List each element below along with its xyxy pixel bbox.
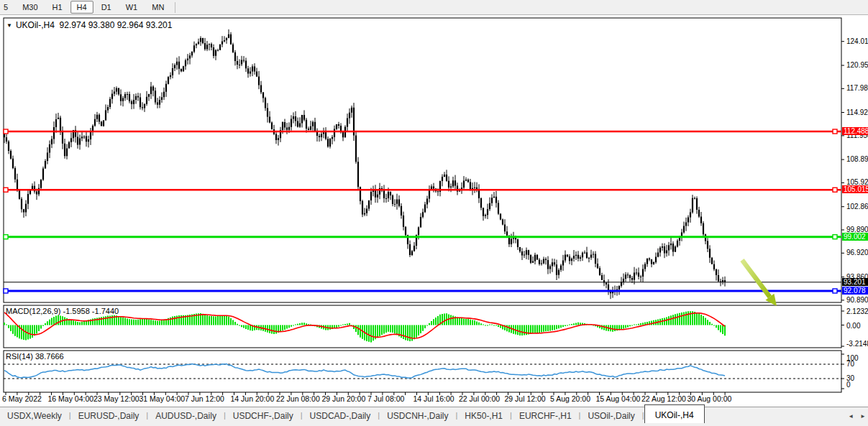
chart-tab[interactable]: USDCAD-,Daily bbox=[303, 407, 378, 423]
macd-values: -1.5958 -1.7440 bbox=[63, 307, 119, 315]
rsi-label: RSI(14) 38.7666 bbox=[6, 352, 64, 361]
x-axis-date-label: 29 Jul 12:00 bbox=[505, 394, 546, 403]
macd-axis-tick: 0.00 bbox=[846, 322, 860, 330]
rsi-name: RSI(14) bbox=[6, 352, 33, 361]
trend-arrow-annotation[interactable] bbox=[742, 260, 777, 306]
macd-label: MACD(12,26,9) -1.5958 -1.7440 bbox=[6, 307, 119, 315]
timeframe-button-w1[interactable]: W1 bbox=[119, 1, 145, 14]
x-axis-date-label: 23 May 12:00 bbox=[93, 394, 140, 403]
chart-tab[interactable]: USDCNH-,Daily bbox=[380, 407, 455, 423]
timeframe-button-mn[interactable]: MN bbox=[145, 1, 170, 14]
tab-scroll-left-icon[interactable]: ◄ bbox=[848, 413, 854, 420]
x-axis-date-label: 15 Aug 04:00 bbox=[596, 394, 641, 403]
price-level-tag[interactable]: 93.201 bbox=[842, 278, 868, 286]
price-level-tag[interactable]: 92.078 bbox=[842, 287, 868, 295]
x-axis-date-label: 16 May 04:00 bbox=[48, 394, 94, 403]
candlestick-series bbox=[4, 29, 725, 299]
toolbar-divider bbox=[175, 2, 175, 13]
price-axis-tick: 102.860 bbox=[846, 203, 868, 210]
macd-name: MACD(12,26,9) bbox=[6, 307, 60, 315]
x-axis-date-label: 31 May 04:00 bbox=[140, 394, 186, 403]
price-level-tag[interactable]: 112.488 bbox=[842, 127, 868, 135]
price-axis-tick: 114.920 bbox=[846, 108, 868, 116]
x-axis-date-label: 14 Jun 20:00 bbox=[231, 394, 275, 403]
chart-tab[interactable]: HK50-,H1 bbox=[457, 407, 510, 423]
price-level-tag[interactable]: 99.002 bbox=[842, 233, 868, 241]
price-axis-tick: 108.890 bbox=[846, 155, 868, 163]
timeframe-button-m30[interactable]: M30 bbox=[16, 1, 44, 14]
chart-tab[interactable]: USOil-,Daily bbox=[580, 407, 641, 423]
tab-scroll-right-icon[interactable]: ► bbox=[860, 413, 866, 420]
x-axis-date-label: 5 Aug 20:00 bbox=[550, 394, 590, 403]
chart-symbol-period: UKOil-,H4 bbox=[16, 20, 55, 30]
x-axis-date-label: 29 Jun 20:00 bbox=[322, 394, 366, 403]
chart-tab-bar: USDX,Weekly|EURUSD-,Daily|AUDUSD-,Daily|… bbox=[0, 407, 868, 426]
macd-axis-tick: 2.1232 bbox=[846, 307, 868, 315]
price-level-tag[interactable]: 105.015 bbox=[842, 185, 868, 193]
chart-tab[interactable]: USDCHF-,Daily bbox=[226, 407, 301, 423]
chart-title: ▼UKOil-,H4 92.974 93.380 92.964 93.201 bbox=[6, 20, 172, 30]
chart-tab[interactable]: USDX,Weekly bbox=[0, 407, 69, 423]
x-axis-date-label: 22 Aug 12:00 bbox=[641, 394, 686, 403]
macd-indicator bbox=[4, 311, 725, 342]
timeframe-toolbar: 5M30H1H4D1W1MN bbox=[0, 0, 868, 15]
x-axis-date-label: 7 Jun 12:00 bbox=[185, 394, 224, 403]
rsi-axis-tick: 70 bbox=[846, 360, 854, 368]
chart-tab[interactable]: EURCHF-,H1 bbox=[512, 407, 579, 423]
x-axis-date-label: 22 Jun 08:00 bbox=[276, 394, 320, 403]
price-axis-tick: 124.010 bbox=[846, 37, 868, 45]
timeframe-button-d1[interactable]: D1 bbox=[95, 1, 118, 14]
price-axis-tick: 117.980 bbox=[846, 84, 868, 92]
price-axis-tick: 90.890 bbox=[846, 296, 868, 304]
timeframe-button-h1[interactable]: H1 bbox=[46, 1, 69, 14]
chart-tab[interactable]: EURUSD-,Daily bbox=[71, 407, 147, 423]
timeframe-button-h4[interactable]: H4 bbox=[70, 1, 93, 14]
symbol-dropdown-icon[interactable]: ▼ bbox=[6, 22, 12, 29]
x-axis-date-label: 7 Jul 08:00 bbox=[367, 394, 404, 403]
price-axis-tick: 120.950 bbox=[846, 61, 868, 69]
rsi-axis-tick: 0 bbox=[846, 381, 851, 389]
x-axis-date-label: 6 May 2022 bbox=[2, 394, 42, 403]
rsi-value: 38.7666 bbox=[35, 352, 64, 361]
x-axis-date-label: 14 Jul 16:00 bbox=[414, 394, 454, 403]
x-axis-date-label: 22 Jul 00:00 bbox=[459, 394, 500, 403]
mt4-chart-window: { "toolbar": { "timeframes": ["5","M30",… bbox=[0, 0, 868, 426]
x-axis-date-label: 30 Aug 00:00 bbox=[687, 394, 732, 403]
axis-tick-marks bbox=[6, 42, 844, 395]
price-axis-tick: 96.920 bbox=[846, 249, 868, 256]
chart-tab[interactable]: UKOil-,H4 bbox=[644, 404, 705, 423]
timeframe-button-5[interactable]: 5 bbox=[1, 1, 14, 14]
chart-ohlc-values: 92.974 93.380 92.964 93.201 bbox=[60, 20, 173, 30]
chart-canvas[interactable] bbox=[0, 0, 868, 426]
chart-tab[interactable]: AUDUSD-,Daily bbox=[148, 407, 224, 423]
rsi-indicator bbox=[4, 364, 841, 379]
macd-axis-tick: -3.2148 bbox=[846, 340, 868, 348]
